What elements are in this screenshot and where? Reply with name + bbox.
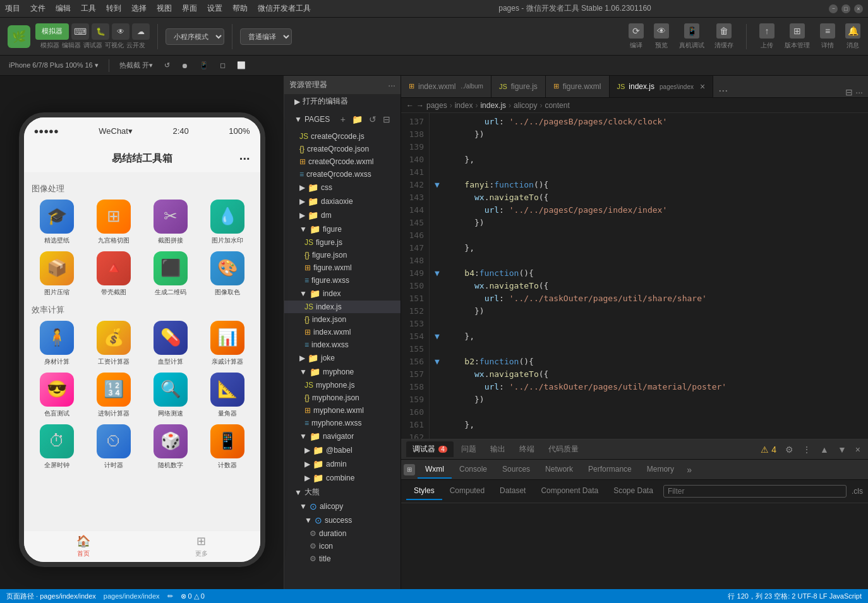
- dit-tab-console[interactable]: Console: [452, 461, 495, 479]
- icon-watermark[interactable]: 💧 图片加水印: [202, 200, 253, 245]
- icon-speedtest[interactable]: 🔍 网络测速: [145, 373, 196, 418]
- maximize-button[interactable]: □: [841, 4, 850, 13]
- icon-grid-cut[interactable]: ⊞ 九宫格切图: [88, 200, 139, 245]
- tree-section-daxiong[interactable]: ▼ 大熊: [284, 485, 401, 499]
- dt-tab-debugger[interactable]: 调试器 4: [406, 441, 454, 457]
- tree-item-index-wxml[interactable]: ⊞ index.wxml: [284, 326, 401, 338]
- refresh-btn[interactable]: ↺: [366, 113, 379, 126]
- devtools-down-icon[interactable]: ▼: [835, 443, 849, 456]
- pages-section[interactable]: ▼ PAGES + 📁 ↺ ⊟: [284, 109, 401, 130]
- icon-hex[interactable]: 🔢 进制计算器: [88, 373, 139, 418]
- dit-tab-sources[interactable]: Sources: [495, 461, 538, 479]
- errors-status[interactable]: ⊗ 0 △ 0: [181, 592, 205, 600]
- dt-tab-issues[interactable]: 问题: [455, 441, 483, 457]
- tree-item-createqrcode-wxss[interactable]: ≡ createQrcode.wxss: [284, 168, 401, 181]
- icon-screenshot-join[interactable]: ✂ 截图拼接: [145, 200, 196, 245]
- icon-blood[interactable]: 💊 血型计算: [145, 321, 196, 366]
- editor-button[interactable]: ⌨: [71, 23, 89, 40]
- tree-folder-figure[interactable]: ▼ 📁 figure: [284, 222, 401, 236]
- tree-folder-navigator[interactable]: ▼ 📁 navigator: [284, 429, 401, 443]
- tree-folder-success[interactable]: ▼ ⊙ success: [284, 513, 401, 527]
- tree-item-figure-wxss[interactable]: ≡ figure.wxss: [284, 274, 401, 287]
- layout-btn-2[interactable]: ⬜: [233, 60, 250, 71]
- menu-item-edit[interactable]: 编辑: [56, 3, 71, 14]
- tree-folder-daxiaoxie[interactable]: ▶ 📁 daxiaoxie: [284, 194, 401, 208]
- tree-folder-myphone[interactable]: ▼ 📁 myphone: [284, 365, 401, 379]
- tab-index-wxml[interactable]: ⊞ index.wxml ../album: [401, 76, 491, 97]
- compile-selector[interactable]: 普通编译: [240, 28, 292, 45]
- tree-item-figure-json[interactable]: {} figure.json: [284, 249, 401, 261]
- visual-button[interactable]: 👁: [112, 23, 130, 40]
- wxml-inspector-icon[interactable]: ⊞: [404, 464, 415, 475]
- menu-item-help[interactable]: 帮助: [232, 3, 248, 14]
- icon-wallpaper[interactable]: 🎓 精选壁纸: [32, 200, 82, 245]
- upload-button[interactable]: ↑ 上传: [759, 23, 775, 50]
- icon-random[interactable]: 🎲 随机数字: [145, 424, 196, 470]
- layout-btn-1[interactable]: ◻: [216, 60, 229, 71]
- tree-item-figure-js[interactable]: JS figure.js: [284, 236, 401, 249]
- tree-item-myphone-wxss[interactable]: ≡ myphone.wxss: [284, 417, 401, 429]
- device-selector[interactable]: iPhone 6/7/8 Plus 100% 16 ▾: [5, 60, 102, 71]
- debug-button[interactable]: 🐛: [92, 23, 109, 40]
- simulator-button[interactable]: 模拟器: [35, 23, 69, 40]
- menu-item-goto[interactable]: 转到: [106, 3, 121, 14]
- close-button[interactable]: ×: [854, 4, 863, 13]
- compile-button[interactable]: ⟳ 编译: [629, 23, 644, 50]
- icon-color-pick[interactable]: 🎨 图像取色: [202, 251, 253, 297]
- line-col-info[interactable]: 行 120，列 23 空格: 2 UTF-8 LF JavaScript: [728, 592, 862, 601]
- screenshot-button[interactable]: 热截截 开▾: [116, 59, 157, 71]
- tree-folder-index[interactable]: ▼ 📁 index: [284, 287, 401, 301]
- bc-index[interactable]: index: [455, 101, 473, 110]
- real-debug-button[interactable]: 📱 真机调试: [679, 23, 704, 50]
- tab-close-icon[interactable]: ×: [700, 81, 705, 92]
- nav-forward-icon[interactable]: →: [416, 101, 424, 110]
- tree-item-index-wxss[interactable]: ≡ index.wxss: [284, 338, 401, 351]
- clear-cache-button[interactable]: 🗑 清缓存: [714, 23, 733, 50]
- styles-tab-styles[interactable]: Styles: [406, 482, 442, 500]
- cls-button[interactable]: .cls: [852, 487, 863, 496]
- new-file-btn[interactable]: +: [338, 113, 348, 126]
- page-path[interactable]: 页面路径 · pages/index/index: [6, 592, 96, 601]
- detail-button[interactable]: ≡ 详情: [820, 23, 835, 50]
- menu-item-view[interactable]: 视图: [157, 3, 172, 14]
- icon-fullscreen-clock[interactable]: ⏱ 全屏时钟: [32, 424, 82, 470]
- tree-item-index-json[interactable]: {} index.json: [284, 313, 401, 326]
- bc-content[interactable]: content: [545, 101, 569, 110]
- phone-tab-home[interactable]: 🏠 首页: [76, 534, 90, 558]
- tree-folder-joke[interactable]: ▶ 📁 joke: [284, 351, 401, 365]
- tree-item-title[interactable]: ⚙ title: [284, 552, 401, 565]
- styles-tab-scope-data[interactable]: Scope Data: [606, 482, 661, 500]
- tree-item-createqrcode-json[interactable]: {} createQrcode.json: [284, 143, 401, 155]
- bc-alicopy[interactable]: alicopy: [514, 101, 537, 110]
- tab-figure-wxml[interactable]: ⊞ figure.wxml: [546, 76, 610, 97]
- menu-item-tool[interactable]: 工具: [81, 3, 96, 14]
- new-folder-btn[interactable]: 📁: [349, 113, 365, 126]
- tab-figure-js[interactable]: JS figure.js: [491, 76, 546, 97]
- icon-shell-screenshot[interactable]: 🔺 带壳截图: [88, 251, 139, 297]
- tree-item-createqrcode-wxml[interactable]: ⊞ createQrcode.wxml: [284, 155, 401, 168]
- tree-item-myphone-js[interactable]: JS myphone.js: [284, 379, 401, 391]
- open-editors-section[interactable]: ▶ 打开的编辑器: [284, 94, 401, 109]
- styles-filter-input[interactable]: [663, 485, 847, 498]
- cloud-button[interactable]: ☁: [132, 23, 150, 40]
- bc-pages[interactable]: pages: [426, 101, 447, 110]
- menu-item-interface[interactable]: 界面: [182, 3, 197, 14]
- menu-item-select[interactable]: 选择: [131, 3, 147, 14]
- icon-bmi[interactable]: 🧍 身材计算: [32, 321, 82, 366]
- icon-protractor[interactable]: 📐 量角器: [202, 373, 253, 418]
- dit-tab-wxml[interactable]: Wxml: [418, 461, 452, 479]
- code-content[interactable]: url: '../../pagesB/pages/clock/clock' })…: [430, 113, 868, 439]
- tree-folder-css[interactable]: ▶ 📁 css: [284, 181, 401, 194]
- preview-button[interactable]: 👁 预览: [654, 23, 669, 50]
- mode-selector[interactable]: 小程序模式: [166, 28, 224, 45]
- tree-folder-babel[interactable]: ▶ 📁 @babel: [284, 443, 401, 457]
- phone-menu-dots[interactable]: ···: [239, 152, 250, 166]
- tree-item-index-js[interactable]: JS index.js: [284, 301, 401, 313]
- tab-more-button[interactable]: ···: [713, 84, 733, 97]
- version-button[interactable]: ⊞ 版本管理: [785, 23, 810, 50]
- menu-item-file[interactable]: 文件: [30, 3, 45, 14]
- tree-folder-combine[interactable]: ▶ 📁 combine: [284, 471, 401, 485]
- icon-counter[interactable]: 📱 计数器: [202, 424, 253, 470]
- more-tabs-icon[interactable]: »: [684, 463, 694, 476]
- dt-tab-terminal[interactable]: 终端: [513, 441, 541, 457]
